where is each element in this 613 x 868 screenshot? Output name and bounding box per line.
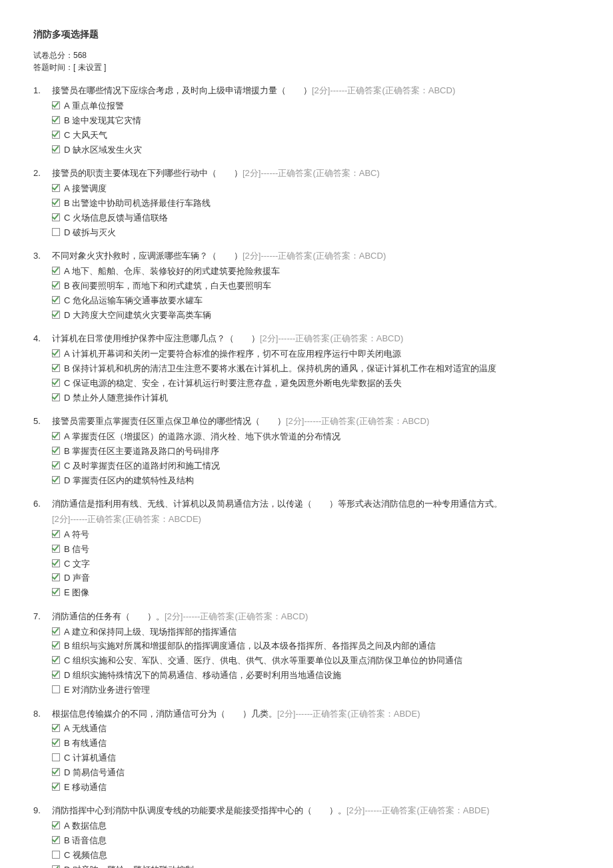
option-label: E 对消防业务进行管理 [64,683,580,697]
option: C 危化品运输车辆交通事故要水罐车 [52,294,580,308]
option-checkbox[interactable] [52,349,60,357]
option-checkbox[interactable] [52,851,60,859]
question-number: 1. [33,84,52,98]
option-label: C 计算机通信 [64,751,580,765]
option-checkbox[interactable] [52,461,60,469]
option: A 无线通信 [52,722,580,736]
option-label: B 掌握责任区主要道路及路口的号码排序 [64,445,580,459]
question-text: 接警员的职责主要体现在下列哪些行动中（ ） [52,168,243,178]
exam-meta: 试卷总分：568 答题时间：[ 未设置 ] [33,49,580,73]
option-label: A 数据信息 [64,819,580,833]
option: A 计算机开幕词和关闭一定要符合标准的操作程序，切不可在应用程序运行中即关闭电源 [52,347,580,361]
option: A 建立和保持同上级、现场指挥部的指挥通信 [52,625,580,639]
question-text-line: 消防通信的任务有（ ）。[2分]------正确答案(正确答案：ABCD) [52,610,580,624]
option-label: C 大风天气 [64,129,580,143]
question: 9.消防指挥中心到消防中队调度专线的功能要求是能接受指挥中心的（ ）。[2分]-… [33,804,580,868]
option-checkbox[interactable] [52,447,60,455]
option-checkbox[interactable] [52,671,60,679]
option-checkbox[interactable] [52,267,60,275]
option-label: A 掌握责任区（增援区）的道路水源、消火栓、地下供水管道的分布情况 [64,430,580,444]
option-checkbox[interactable] [52,432,60,440]
option-label: C 火场信息反馈与通信联络 [64,211,580,225]
option-checkbox[interactable] [52,281,60,289]
option: B 组织与实施对所属和增援部队的指挥调度通信，以及本级各指挥所、各指挥员之间及内… [52,639,580,653]
score-answer: [2分]------正确答案(正确答案：ABDE) [346,805,490,815]
option: C 视频信息 [52,849,580,863]
question-text-line: 消防指挥中心到消防中队调度专线的功能要求是能接受指挥中心的（ ）。[2分]---… [52,804,580,818]
option-checkbox[interactable] [52,836,60,844]
option: B 出警途中协助司机选择最佳行车路线 [52,197,580,211]
option-checkbox[interactable] [52,821,60,829]
option-checkbox[interactable] [52,213,60,221]
option: A 地下、船舶、仓库、装修较好的闭式建筑要抢险救援车 [52,265,580,279]
option-checkbox[interactable] [52,656,60,664]
question-text-line: 计算机在日常使用维护保养中应注意哪几点？（ ）[2分]------正确答案(正确… [52,332,580,346]
option-checkbox[interactable] [52,131,60,139]
option-checkbox[interactable] [52,199,60,207]
option: B 保持计算机和机房的清洁卫生注意不要将水溅在计算机上。保持机房的通风，保证计算… [52,362,580,376]
option-checkbox[interactable] [52,724,60,732]
option-checkbox[interactable] [52,364,60,372]
option-checkbox[interactable] [52,393,60,401]
option: A 接警调度 [52,182,580,196]
score-answer: [2分]------正确答案(正确答案：ABCD) [312,85,455,95]
option-checkbox[interactable] [52,184,60,192]
option-label: D 缺水区域发生火灾 [64,143,580,157]
time-label: 答题时间： [33,63,73,72]
option: C 保证电源的稳定、安全，在计算机运行时要注意存盘，避免因意外断电先辈数据的丢失 [52,377,580,391]
option-checkbox[interactable] [52,228,60,236]
option: C 文字 [52,557,580,571]
option-checkbox[interactable] [52,116,60,124]
question-number: 4. [33,332,52,346]
question-text: 消防指挥中心到消防中队调度专线的功能要求是能接受指挥中心的（ ）。 [52,805,346,815]
option-label: D 大跨度大空间建筑火灾要举高类车辆 [64,309,580,323]
option: E 对消防业务进行管理 [52,683,580,697]
option-label: C 组织实施和公安、军队、交通、医疗、供电、供气、供水等重要单位以及重点消防保卫… [64,654,580,668]
option-checkbox[interactable] [52,588,60,596]
question-text: 消防通信的任务有（ ）。 [52,611,165,621]
option-checkbox[interactable] [52,145,60,153]
total-label: 试卷总分： [33,51,73,60]
total-value: 568 [73,51,87,60]
option-label: D 组织实施特殊情况下的简易通信、移动通信，必要时利用当地通信设施 [64,669,580,683]
option-checkbox[interactable] [52,739,60,747]
option-checkbox[interactable] [52,559,60,567]
option-label: A 无线通信 [64,722,580,736]
question-text-line: 接警员的职责主要体现在下列哪些行动中（ ）[2分]------正确答案(正确答案… [52,167,580,181]
option-label: D 简易信号通信 [64,766,580,780]
option-checkbox[interactable] [52,379,60,387]
option-checkbox[interactable] [52,530,60,538]
option-checkbox[interactable] [52,865,60,868]
question-text-line: 接警员需要重点掌握责任区重点保卫单位的哪些情况（ ）[2分]------正确答案… [52,415,580,429]
score-answer: [2分]------正确答案(正确答案：ABC) [243,168,380,178]
option-label: A 符号 [64,528,580,542]
option-label: A 重点单位报警 [64,99,580,113]
option-label: B 信号 [64,543,580,557]
option-label: B 保持计算机和机房的清洁卫生注意不要将水溅在计算机上。保持机房的通风，保证计算… [64,362,580,376]
option-checkbox[interactable] [52,101,60,109]
option-label: C 保证电源的稳定、安全，在计算机运行时要注意存盘，避免因意外断电先辈数据的丢失 [64,377,580,391]
option: D 组织实施特殊情况下的简易通信、移动通信，必要时利用当地通信设施 [52,669,580,683]
option-checkbox[interactable] [52,685,60,693]
option-checkbox[interactable] [52,311,60,319]
question: 2.接警员的职责主要体现在下列哪些行动中（ ）[2分]------正确答案(正确… [33,167,580,240]
question-text-line: 根据信息传输媒介的不同，消防通信可分为（ ）几类。[2分]------正确答案(… [52,707,580,721]
option-checkbox[interactable] [52,753,60,761]
option: B 掌握责任区主要道路及路口的号码排序 [52,445,580,459]
option-checkbox[interactable] [52,768,60,776]
question-number: 6. [33,497,52,511]
option-label: D 禁止外人随意操作计算机 [64,391,580,405]
score-answer: [2分]------正确答案(正确答案：ABCD) [243,251,386,261]
option-checkbox[interactable] [52,545,60,553]
option-checkbox[interactable] [52,783,60,791]
option-checkbox[interactable] [52,476,60,484]
option-checkbox[interactable] [52,627,60,635]
question-list: 1.接警员在哪些情况下应综合考虑，及时向上级申请增援力量（ ）[2分]-----… [33,84,580,868]
page-title: 消防多项选择题 [33,27,580,41]
option-checkbox[interactable] [52,573,60,581]
option: D 破拆与灭火 [52,226,580,240]
option-checkbox[interactable] [52,641,60,649]
option: B 语音信息 [52,834,580,848]
option-checkbox[interactable] [52,296,60,304]
question-number: 2. [33,167,52,181]
